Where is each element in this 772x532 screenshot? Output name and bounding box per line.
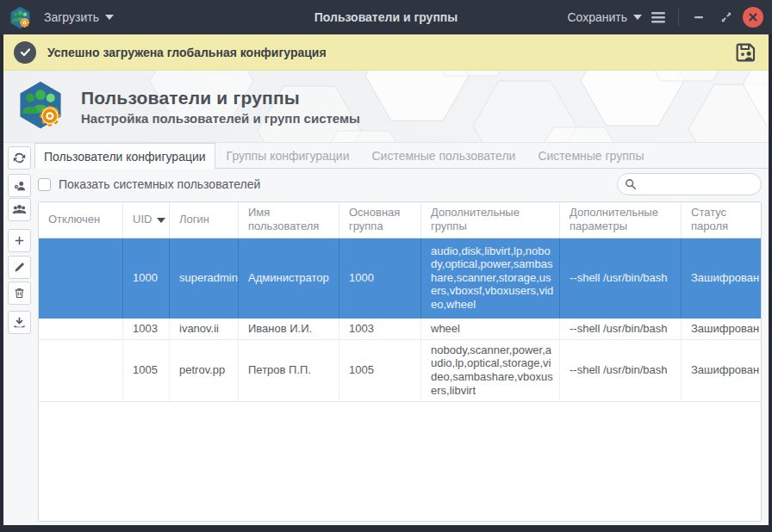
column-header-uid[interactable]: UID bbox=[123, 202, 170, 238]
save-menu-button[interactable]: Сохранить bbox=[567, 10, 642, 24]
pencil-icon bbox=[13, 261, 26, 274]
success-check-icon bbox=[14, 41, 36, 64]
checkbox-box[interactable] bbox=[38, 178, 51, 191]
cell-value: nobody,scanner,power,audio,lp,optical,st… bbox=[431, 343, 554, 397]
cell-value: Зашифрован bbox=[691, 363, 759, 377]
cell-value: Зашифрован bbox=[691, 322, 759, 336]
edit-button[interactable] bbox=[8, 256, 31, 279]
cell-extra_params: --shell /usr/bin/bash bbox=[560, 238, 682, 318]
download-icon bbox=[12, 315, 27, 330]
cell-name: Иванов И.И. bbox=[239, 319, 339, 339]
toolbar bbox=[3, 143, 34, 525]
titlebar: Загрузить Пользователи и группы Сохранит… bbox=[0, 0, 772, 34]
tab-4[interactable]: Системные группы bbox=[526, 143, 655, 168]
cell-value: Зашифрован bbox=[691, 271, 759, 285]
column-header-extra_groups[interactable]: Дополнительные группы bbox=[421, 202, 560, 238]
plus-icon bbox=[13, 234, 26, 247]
refresh-button[interactable] bbox=[8, 146, 31, 170]
table-header: ОтключенUIDЛогинИмя пользователяОсновная… bbox=[39, 202, 761, 238]
delete-button[interactable] bbox=[8, 281, 31, 305]
tab-2[interactable]: Группы конфигурации bbox=[215, 143, 361, 168]
column-label: Отключен bbox=[48, 213, 100, 226]
banner: Пользователи и группы Настройка пользова… bbox=[3, 71, 769, 143]
page-title: Пользователи и группы bbox=[81, 88, 360, 108]
cell-login: ivanov.ii bbox=[170, 319, 239, 339]
cell-password_status: Зашифрован bbox=[682, 238, 761, 318]
cell-value: 1003 bbox=[133, 322, 158, 336]
cell-value: 1000 bbox=[133, 271, 158, 285]
column-label: Статус пароля bbox=[691, 206, 756, 234]
cell-disabled bbox=[39, 238, 123, 318]
column-header-password_status[interactable]: Статус пароля bbox=[682, 202, 761, 238]
cell-value: --shell /usr/bin/bash bbox=[570, 271, 667, 285]
cell-value: ivanov.ii bbox=[179, 322, 219, 336]
chevron-down-icon bbox=[105, 15, 114, 20]
restore-icon bbox=[721, 12, 732, 22]
cell-value: 1005 bbox=[133, 363, 158, 377]
cell-primary_group: 1000 bbox=[339, 238, 421, 318]
close-button[interactable] bbox=[743, 7, 763, 28]
apply-button[interactable] bbox=[8, 311, 31, 334]
table-empty-area bbox=[39, 402, 761, 522]
tab-1[interactable]: Пользователи конфигурации bbox=[34, 143, 215, 169]
table-row-superadmin[interactable]: 1000superadminАдминистратор1000audio,dis… bbox=[39, 238, 761, 319]
cell-extra_params: --shell /usr/bin/bash bbox=[560, 319, 682, 339]
cell-value: superadmin bbox=[179, 271, 238, 285]
save-users-floppy-icon[interactable] bbox=[732, 40, 758, 65]
cell-disabled bbox=[39, 319, 123, 339]
users-groups-icon bbox=[16, 80, 65, 133]
restore-button[interactable] bbox=[715, 6, 738, 28]
column-header-disabled[interactable]: Отключен bbox=[39, 202, 123, 238]
cell-login: petrov.pp bbox=[170, 340, 239, 401]
table-row-petrov.pp[interactable]: 1005petrov.ppПетров П.П.1005nobody,scann… bbox=[39, 340, 761, 402]
cell-value: wheel bbox=[431, 322, 460, 336]
cell-uid: 1005 bbox=[123, 340, 170, 401]
cell-uid: 1003 bbox=[123, 319, 170, 339]
tab-3[interactable]: Системные пользователи bbox=[360, 143, 526, 168]
chevron-down-icon bbox=[633, 15, 642, 20]
cell-value: Петров П.П. bbox=[248, 363, 311, 377]
user-gear-icon bbox=[13, 179, 27, 193]
search-box[interactable] bbox=[617, 173, 762, 195]
column-header-primary_group[interactable]: Основная группа bbox=[339, 202, 421, 238]
cell-password_status: Зашифрован bbox=[682, 340, 761, 401]
minimize-icon bbox=[693, 11, 705, 23]
load-menu-label: Загрузить bbox=[44, 10, 99, 24]
cell-value: --shell /usr/bin/bash bbox=[570, 363, 667, 377]
column-label: Имя пользователя bbox=[248, 206, 333, 234]
sort-desc-icon bbox=[157, 218, 165, 223]
cell-login: superadmin bbox=[170, 238, 239, 318]
notification-text: Успешно загружена глобальная конфигураци… bbox=[47, 46, 327, 59]
cell-disabled bbox=[39, 340, 123, 401]
column-header-login[interactable]: Логин bbox=[170, 202, 239, 238]
cell-value: --shell /usr/bin/bash bbox=[570, 322, 667, 336]
cell-primary_group: 1005 bbox=[339, 340, 421, 401]
column-header-extra_params[interactable]: Дополнительные параметры bbox=[560, 202, 682, 238]
titlebar-separator bbox=[678, 9, 679, 26]
tab-bar: Пользователи конфигурацииГруппы конфигур… bbox=[34, 143, 769, 169]
show-system-users-checkbox[interactable]: Показать системных пользователей bbox=[38, 177, 260, 191]
cell-value: 1003 bbox=[349, 322, 374, 336]
cell-value: audio,disk,libvirt,lp,nobody,optical,pow… bbox=[431, 244, 554, 312]
filter-row: Показать системных пользователей bbox=[34, 170, 769, 198]
column-label: Дополнительные группы bbox=[431, 206, 554, 234]
cell-value: 1000 bbox=[349, 271, 374, 285]
users-groups-app-icon bbox=[9, 6, 32, 29]
add-button[interactable] bbox=[8, 229, 31, 252]
load-menu-button[interactable]: Загрузить bbox=[44, 10, 114, 24]
cell-password_status: Зашифрован bbox=[682, 319, 761, 339]
minimize-button[interactable] bbox=[688, 6, 710, 28]
column-header-name[interactable]: Имя пользователя bbox=[239, 202, 339, 238]
users-table: ОтключенUIDЛогинИмя пользователяОсновная… bbox=[38, 201, 762, 522]
cell-value: 1005 bbox=[349, 363, 374, 377]
menu-button[interactable] bbox=[647, 6, 669, 28]
table-row-ivanov.ii[interactable]: 1003ivanov.iiИванов И.И.1003wheel--shell… bbox=[39, 319, 761, 340]
search-input[interactable] bbox=[642, 178, 754, 191]
column-label: Дополнительные параметры bbox=[570, 206, 676, 234]
user-properties-button[interactable] bbox=[8, 174, 31, 197]
groups-button[interactable] bbox=[8, 198, 31, 221]
cell-extra_groups: audio,disk,libvirt,lp,nobody,optical,pow… bbox=[421, 238, 560, 318]
notification-bar: Успешно загружена глобальная конфигураци… bbox=[3, 34, 769, 71]
cell-value: Иванов И.И. bbox=[248, 322, 312, 336]
trash-icon bbox=[13, 287, 26, 300]
